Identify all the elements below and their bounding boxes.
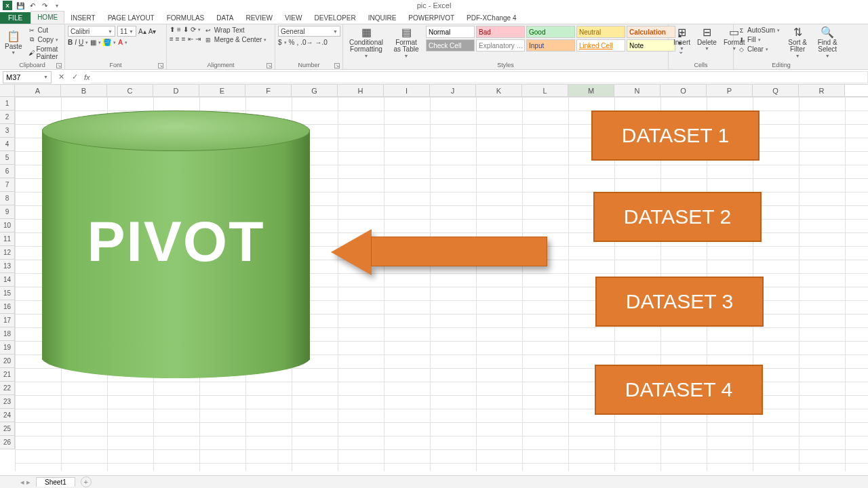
dataset-1-box[interactable]: DATASET 1: [591, 110, 760, 161]
row-header-2[interactable]: 2: [0, 110, 15, 124]
row-header-15[interactable]: 15: [0, 287, 15, 300]
italic-button[interactable]: I: [75, 39, 77, 46]
dataset-3-box[interactable]: DATASET 3: [595, 277, 764, 327]
merge-center-button[interactable]: ⊞Merge & Center▾: [203, 35, 269, 44]
decrease-indent-icon[interactable]: ⇤: [188, 35, 193, 43]
increase-font-icon[interactable]: A▴: [138, 28, 146, 35]
column-header-E[interactable]: E: [199, 85, 245, 96]
decrease-decimal-icon[interactable]: →.0: [315, 39, 328, 46]
row-header-24[interactable]: 24: [0, 409, 15, 422]
undo-icon[interactable]: ↶: [28, 1, 37, 9]
row-header-23[interactable]: 23: [0, 395, 15, 409]
row-header-22[interactable]: 22: [0, 382, 15, 395]
font-size-dropdown[interactable]: 11▼: [117, 26, 136, 37]
delete-cells-button[interactable]: ⊟Delete▼: [695, 26, 719, 53]
style-input[interactable]: Input: [526, 39, 575, 52]
tab-file[interactable]: FILE: [0, 12, 31, 24]
fill-button[interactable]: ⬇Fill▾: [736, 35, 781, 44]
column-header-H[interactable]: H: [338, 85, 384, 96]
orientation-icon[interactable]: ⟳: [191, 26, 196, 33]
save-icon[interactable]: 💾: [16, 1, 24, 9]
border-button[interactable]: ▦: [90, 39, 96, 46]
dataset-2-box[interactable]: DATASET 2: [593, 192, 762, 242]
worksheet-grid[interactable]: ABCDEFGHIJKLMNOPQR 123456789101112131415…: [0, 85, 868, 471]
column-header-Q[interactable]: Q: [753, 85, 799, 96]
row-header-20[interactable]: 20: [0, 354, 15, 368]
column-header-C[interactable]: C: [107, 85, 153, 96]
style-check-cell[interactable]: Check Cell: [426, 39, 475, 52]
column-header-D[interactable]: D: [153, 85, 199, 96]
column-header-M[interactable]: M: [568, 85, 614, 96]
row-header-12[interactable]: 12: [0, 246, 15, 260]
row-header-11[interactable]: 11: [0, 232, 15, 246]
row-header-17[interactable]: 17: [0, 314, 15, 327]
style-linked-cell[interactable]: Linked Cell: [576, 39, 625, 52]
dataset-4-box[interactable]: DATASET 4: [595, 365, 763, 415]
style-bad[interactable]: Bad: [476, 26, 525, 38]
tab-insert[interactable]: INSERT: [64, 12, 102, 24]
new-sheet-button[interactable]: +: [81, 476, 92, 487]
style-explanatory-[interactable]: Explanatory …: [476, 39, 525, 52]
column-header-A[interactable]: A: [15, 85, 61, 96]
align-top-icon[interactable]: ⬆: [170, 26, 175, 33]
row-header-16[interactable]: 16: [0, 300, 15, 314]
select-all-corner[interactable]: [0, 85, 15, 96]
number-format-dropdown[interactable]: General▼: [278, 26, 340, 37]
accounting-format-icon[interactable]: $: [278, 39, 282, 46]
column-header-J[interactable]: J: [430, 85, 476, 96]
dialog-launcher-icon[interactable]: ↘: [56, 63, 62, 68]
row-header-4[interactable]: 4: [0, 138, 15, 151]
wrap-text-button[interactable]: ↩Wrap Text: [203, 26, 269, 35]
row-header-8[interactable]: 8: [0, 192, 15, 205]
conditional-formatting-button[interactable]: ▦Conditional Formatting▼: [346, 26, 387, 60]
tab-pdf-xchange[interactable]: PDF-XChange 4: [460, 12, 522, 24]
column-header-B[interactable]: B: [61, 85, 107, 96]
tab-formulas[interactable]: FORMULAS: [161, 12, 211, 24]
tab-developer[interactable]: DEVELOPER: [308, 12, 361, 24]
column-header-P[interactable]: P: [707, 85, 753, 96]
autosum-button[interactable]: ΣAutoSum▾: [736, 26, 781, 35]
clear-button[interactable]: ◇Clear▾: [736, 45, 781, 54]
format-painter-button[interactable]: 🖌Format Painter: [27, 45, 62, 61]
style-good[interactable]: Good: [526, 26, 575, 38]
copy-button[interactable]: ⧉Copy▾: [27, 35, 62, 44]
column-header-L[interactable]: L: [522, 85, 568, 96]
paste-button[interactable]: 📋 Paste ▼: [3, 26, 24, 61]
formula-input[interactable]: [90, 71, 868, 83]
enter-formula-icon[interactable]: ✓: [68, 73, 81, 81]
row-header-14[interactable]: 14: [0, 273, 15, 287]
column-header-G[interactable]: G: [292, 85, 338, 96]
cut-button[interactable]: ✂Cut: [27, 26, 62, 35]
align-bottom-icon[interactable]: ⬇: [183, 26, 189, 33]
row-header-7[interactable]: 7: [0, 178, 15, 192]
font-name-dropdown[interactable]: Calibri▼: [68, 26, 115, 37]
tab-data[interactable]: DATA: [210, 12, 239, 24]
row-header-9[interactable]: 9: [0, 205, 15, 219]
percent-format-icon[interactable]: %: [289, 39, 295, 46]
row-header-6[interactable]: 6: [0, 165, 15, 178]
tab-home[interactable]: HOME: [31, 11, 64, 24]
decrease-font-icon[interactable]: A▾: [149, 28, 157, 35]
fx-icon[interactable]: fx: [84, 73, 90, 81]
style-neutral[interactable]: Neutral: [576, 26, 625, 38]
column-header-O[interactable]: O: [660, 85, 707, 96]
fill-color-button[interactable]: 🪣: [103, 39, 111, 46]
tab-review[interactable]: REVIEW: [239, 12, 278, 24]
cell-styles-gallery[interactable]: NormalBadGoodNeutralCalculationCheck Cel…: [426, 26, 675, 60]
sheet-nav[interactable]: ◂ ▸: [20, 478, 31, 487]
style-normal[interactable]: Normal: [426, 26, 475, 38]
row-header-5[interactable]: 5: [0, 151, 15, 165]
row-header-19[interactable]: 19: [0, 341, 15, 354]
sort-filter-button[interactable]: ⇅Sort & Filter▼: [784, 26, 811, 60]
row-header-18[interactable]: 18: [0, 327, 15, 341]
column-header-F[interactable]: F: [245, 85, 292, 96]
row-header-1[interactable]: 1: [0, 97, 15, 110]
sheet-tab-1[interactable]: Sheet1: [36, 477, 75, 487]
column-header-I[interactable]: I: [384, 85, 430, 96]
dialog-launcher-icon[interactable]: ↘: [267, 63, 272, 68]
dialog-launcher-icon[interactable]: ↘: [158, 63, 163, 68]
font-color-button[interactable]: A: [118, 39, 123, 46]
column-header-R[interactable]: R: [799, 85, 845, 96]
redo-icon[interactable]: ↷: [41, 1, 49, 9]
row-header-10[interactable]: 10: [0, 219, 15, 232]
